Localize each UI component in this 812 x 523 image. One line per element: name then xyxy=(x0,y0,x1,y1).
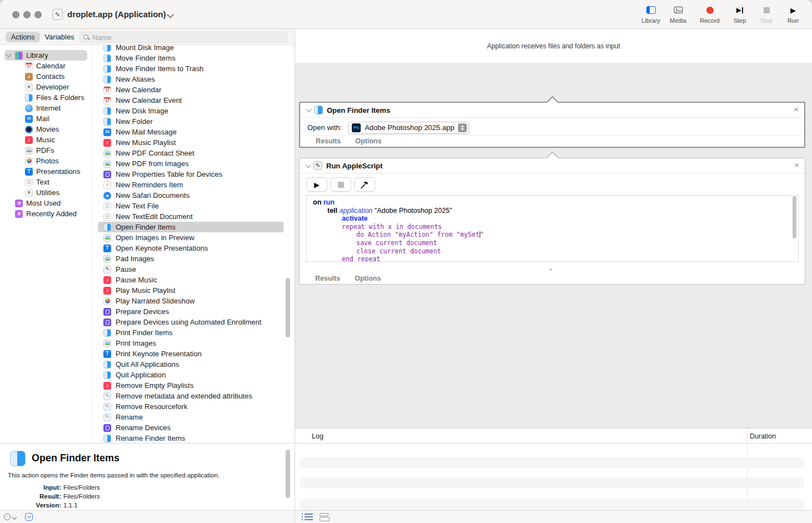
sidebar-item[interactable]: 17 Calendar xyxy=(0,61,92,71)
action-list-item[interactable]: New Aliases xyxy=(93,74,283,84)
action-list-item[interactable]: ♪ Remove Empty Playlists xyxy=(93,380,283,391)
code-scrollbar[interactable] xyxy=(793,196,796,238)
zoom-window-button[interactable] xyxy=(34,11,42,18)
action-list-item[interactable]: Quit All Applications xyxy=(93,359,283,370)
action-list-item[interactable]: New Disk Image xyxy=(93,106,283,116)
tab-actions[interactable]: Actions xyxy=(6,32,40,42)
open-with-value: Adobe Photoshop 2025.app xyxy=(365,123,454,132)
action-menu-chevron-icon[interactable] xyxy=(12,515,17,520)
sidebar-item[interactable]: Files & Folders xyxy=(0,92,92,103)
options-link[interactable]: Options xyxy=(355,275,381,282)
action-list-item[interactable]: New Properties Table for Devices xyxy=(93,169,283,180)
action-list-item[interactable]: ✎ Remove metadata and extended attribute… xyxy=(93,391,283,401)
code-resize-handle[interactable] xyxy=(550,268,552,271)
action-list-item[interactable]: 17 New Calendar xyxy=(93,84,283,95)
sidebar-item[interactable]: Text xyxy=(0,177,92,187)
action-list-item[interactable]: Move Finder Items xyxy=(93,53,283,63)
action-list-item[interactable]: ◆ New Safari Documents xyxy=(93,190,283,201)
options-link[interactable]: Options xyxy=(355,137,381,145)
remove-action-button[interactable]: × xyxy=(794,161,799,169)
action-list-item[interactable]: New Text File xyxy=(93,201,283,211)
log-header-row: Log Duration xyxy=(295,429,812,444)
action-list-item[interactable]: Prepare Devices xyxy=(93,306,283,317)
minimize-window-button[interactable] xyxy=(23,11,31,18)
log-column-header[interactable]: Log xyxy=(312,432,323,440)
action-list-item[interactable]: Rename Finder Items xyxy=(93,433,283,443)
script-compile-button[interactable] xyxy=(354,177,375,192)
results-link[interactable]: Results xyxy=(316,137,341,145)
sidebar-item[interactable]: PDFs xyxy=(0,145,92,156)
title-chevron-down-icon[interactable] xyxy=(167,11,174,18)
actions-list-scrollbar[interactable] xyxy=(286,278,290,337)
action-item-icon: ♪ xyxy=(103,287,111,295)
remove-action-button[interactable]: × xyxy=(794,105,799,113)
action-list-item[interactable]: ⊤ Print Keynote Presentation xyxy=(93,348,283,359)
description-scrollbar[interactable] xyxy=(286,450,290,498)
open-finder-items-action-block[interactable]: Open Finder Items × Open with: Ps Adobe … xyxy=(299,102,805,148)
action-list-item[interactable]: ✎ Remove Resourcefork xyxy=(93,401,283,412)
toolbar-record-button[interactable]: Record xyxy=(696,4,724,24)
action-list-item[interactable]: ⊤ Open Keynote Presentations xyxy=(93,243,283,253)
action-list-item[interactable]: ♪ Pause Music xyxy=(93,275,283,285)
log-list-view-icon[interactable] xyxy=(305,514,313,520)
action-block-header[interactable]: Open Finder Items xyxy=(300,103,804,118)
action-list-item[interactable]: ✎ Rename xyxy=(93,412,283,422)
sidebar-item[interactable]: ✉ Mail xyxy=(0,113,92,124)
open-with-popup-button[interactable]: Ps Adobe Photoshop 2025.app xyxy=(348,122,469,134)
action-list-item[interactable]: Move Finder Items to Trash xyxy=(93,63,283,74)
sidebar-item[interactable]: Library xyxy=(0,50,92,61)
action-list-item[interactable]: New PDF Contact Sheet xyxy=(93,148,283,158)
media-browser-toggle-icon[interactable] xyxy=(25,513,33,521)
search-input[interactable]: Name xyxy=(79,32,287,43)
duration-column-header[interactable]: Duration xyxy=(750,432,776,440)
action-menu-icon[interactable]: ⋯ xyxy=(4,514,11,520)
action-list-item[interactable]: Mount Disk Image xyxy=(93,45,283,53)
action-block-header[interactable]: ✎ Run AppleScript xyxy=(300,158,805,173)
action-list-item[interactable]: ✉ New Mail Message xyxy=(93,127,283,137)
tab-variables[interactable]: Variables xyxy=(43,32,76,42)
toolbar-library-button[interactable]: Library xyxy=(637,4,665,24)
action-item-label: Print Finder Items xyxy=(116,328,173,337)
action-list-item[interactable]: ✎ Pause xyxy=(93,264,283,275)
action-list-item[interactable]: New PDF from Images xyxy=(93,158,283,169)
action-list-item[interactable]: Print Finder Items xyxy=(93,327,283,338)
action-list-item[interactable]: Pad Images xyxy=(93,253,283,264)
collapse-chevron-icon[interactable] xyxy=(306,107,312,112)
run-applescript-action-block[interactable]: ✎ Run AppleScript × ▶ on runtell applica… xyxy=(299,158,805,285)
action-list-item[interactable]: Print Images xyxy=(93,338,283,348)
action-list-item[interactable]: New TextEdit Document xyxy=(93,211,283,222)
sidebar-item[interactable]: Recently Added xyxy=(0,208,92,219)
close-window-button[interactable] xyxy=(12,11,19,18)
collapse-chevron-icon[interactable] xyxy=(306,162,311,168)
sidebar-item[interactable]: Internet xyxy=(0,103,92,113)
action-list-item[interactable]: Rename Devices xyxy=(93,422,283,433)
sidebar-item[interactable]: Most Used xyxy=(0,198,92,208)
script-run-button[interactable]: ▶ xyxy=(306,177,327,192)
sidebar-item[interactable]: ♪ Music xyxy=(0,135,92,145)
script-stop-button[interactable] xyxy=(330,177,351,192)
sidebar-item[interactable]: ✕ Utilities xyxy=(0,187,92,198)
toolbar-media-button[interactable]: Media xyxy=(664,4,692,24)
action-list-item[interactable]: Open Finder Items xyxy=(93,222,283,232)
action-list-item[interactable]: Quit Application xyxy=(93,370,283,380)
action-list-item[interactable]: New Folder xyxy=(93,116,283,127)
sidebar-item[interactable]: Photos xyxy=(0,156,92,166)
toolbar-run-button[interactable]: ▶ Run xyxy=(779,4,807,24)
sidebar-item[interactable]: ● Contacts xyxy=(0,71,92,82)
log-panes-view-icon[interactable] xyxy=(320,513,328,516)
applescript-code-editor[interactable]: on runtell application "Adobe Photoshop … xyxy=(306,195,799,262)
disclosure-chevron-icon[interactable] xyxy=(6,52,12,57)
sidebar-item[interactable]: Movies xyxy=(0,124,92,135)
action-list-item[interactable]: ♪ New Music Playlist xyxy=(93,137,283,148)
results-link[interactable]: Results xyxy=(315,275,340,282)
sidebar-item[interactable]: ⊤ Presentations xyxy=(0,166,92,177)
action-list-item[interactable]: ♪ Play Music Playlist xyxy=(93,285,283,296)
action-list-item[interactable]: Open Images in Preview xyxy=(93,232,283,243)
toolbar-step-button[interactable]: ▶ Step xyxy=(726,4,754,24)
action-list-item[interactable]: Prepare Devices using Automated Enrollme… xyxy=(93,317,283,327)
action-list-item[interactable]: 17 New Calendar Event xyxy=(93,95,283,106)
sidebar-item[interactable]: ✕ Developer xyxy=(0,82,92,92)
action-list-item[interactable]: Play Narrated Slideshow xyxy=(93,296,283,306)
action-item-icon xyxy=(103,202,111,210)
action-list-item[interactable]: ≡ New Reminders Item xyxy=(93,180,283,190)
